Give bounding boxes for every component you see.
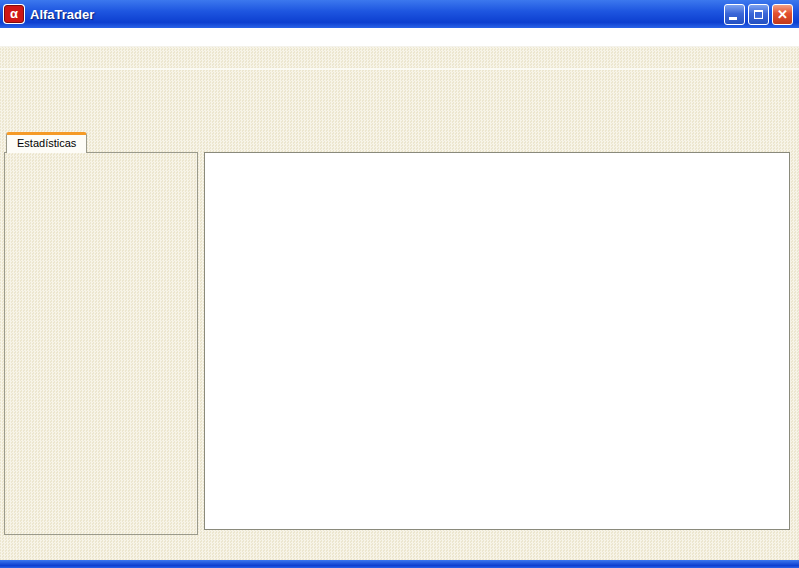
alfatrader-window: { "window": { "title": "AlfaTrader", "lo… [0,0,799,568]
tab-estadisticas[interactable]: Estadísticas [6,132,87,153]
minimize-button[interactable] [724,4,745,25]
toolbar [0,70,799,130]
chart-tab-strip [204,132,796,153]
window-bottom-border [0,560,799,568]
app-logo-icon: α [4,5,24,23]
window-controls: ✕ [724,4,793,25]
statistics-panel [4,152,198,535]
titlebar[interactable]: α AlfaTrader ✕ [0,0,799,28]
menubar [0,28,799,47]
restore-button[interactable] [748,4,769,25]
minimize-icon [729,17,737,20]
window-title: AlfaTrader [30,7,724,22]
restore-icon [754,10,763,19]
close-button[interactable]: ✕ [772,4,793,25]
balance-chart-panel [204,152,790,530]
document-tab-row [0,47,799,70]
close-icon: ✕ [773,5,792,24]
